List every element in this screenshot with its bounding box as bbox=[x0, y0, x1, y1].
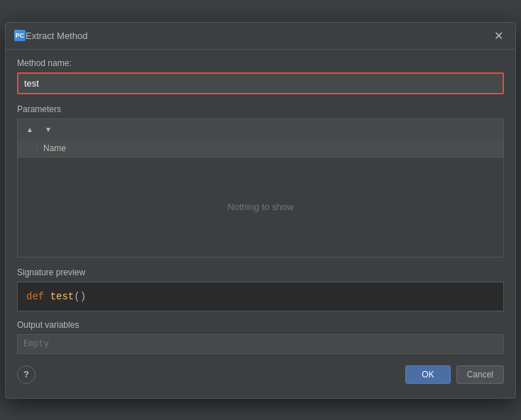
method-name-input[interactable] bbox=[17, 72, 504, 94]
params-header-checkbox-col bbox=[18, 145, 38, 152]
params-move-up-button[interactable]: ▲ bbox=[22, 121, 38, 137]
signature-preview: def test () bbox=[17, 282, 504, 311]
params-toolbar: ▲ ▼ bbox=[17, 118, 504, 140]
dialog-title: Extract Method bbox=[26, 31, 490, 41]
params-table: Name Nothing to show bbox=[17, 140, 504, 258]
app-icon: PC bbox=[14, 30, 26, 41]
params-move-down-button[interactable]: ▼ bbox=[40, 121, 56, 137]
sig-keyword: def bbox=[26, 291, 44, 302]
dialog-body: Method name: Parameters ▲ ▼ Name Nothing… bbox=[6, 50, 515, 398]
titlebar: PC Extract Method ✕ bbox=[6, 23, 515, 50]
method-name-label: Method name: bbox=[17, 58, 504, 68]
sig-space bbox=[44, 291, 50, 302]
params-table-header: Name bbox=[18, 140, 503, 158]
params-column-name: Name bbox=[38, 140, 72, 157]
output-variables-value: Empty bbox=[17, 334, 504, 354]
close-button[interactable]: ✕ bbox=[490, 27, 507, 44]
sig-params: () bbox=[74, 291, 86, 302]
footer-action-buttons: OK Cancel bbox=[405, 365, 504, 384]
ok-button[interactable]: OK bbox=[405, 365, 450, 384]
cancel-button[interactable]: Cancel bbox=[456, 365, 504, 384]
help-button[interactable]: ? bbox=[17, 365, 35, 384]
extract-method-dialog: PC Extract Method ✕ Method name: Paramet… bbox=[5, 22, 516, 399]
output-variables-label: Output variables bbox=[17, 320, 504, 330]
params-empty-message: Nothing to show bbox=[18, 158, 503, 257]
dialog-footer: ? OK Cancel bbox=[17, 365, 504, 387]
signature-label: Signature preview bbox=[17, 267, 504, 277]
sig-method-name: test bbox=[50, 291, 75, 302]
parameters-label: Parameters bbox=[17, 104, 504, 114]
